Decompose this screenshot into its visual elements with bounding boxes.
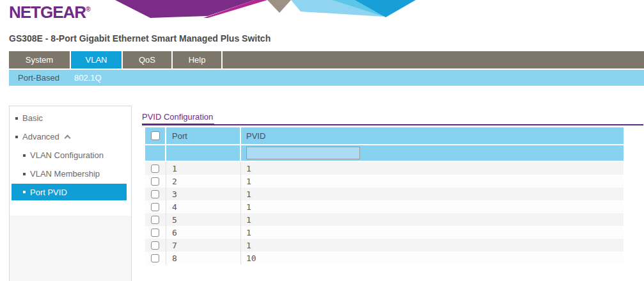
pvid-cell: 1 bbox=[241, 200, 624, 213]
select-all-checkbox[interactable] bbox=[151, 131, 160, 140]
port-cell: 3 bbox=[166, 188, 241, 200]
table-row: 3 1 bbox=[145, 188, 624, 200]
row-checkbox-cell bbox=[145, 252, 166, 264]
row-checkbox-cell bbox=[145, 162, 166, 175]
port-column-header: Port bbox=[166, 127, 241, 144]
sidebar-item-label: VLAN Configuration bbox=[30, 150, 104, 160]
filter-port-cell bbox=[166, 145, 241, 161]
row-checkbox-cell bbox=[145, 213, 166, 226]
row-checkbox[interactable] bbox=[151, 254, 159, 262]
row-checkbox-cell bbox=[145, 239, 166, 252]
port-cell: 1 bbox=[166, 162, 241, 175]
row-checkbox[interactable] bbox=[151, 177, 159, 186]
pvid-cell: 1 bbox=[241, 162, 624, 175]
sidebar: Basic Advanced VLAN Configuration VLAN M… bbox=[9, 106, 132, 281]
sidebar-item-label: Port PVID bbox=[30, 188, 67, 197]
row-checkbox[interactable] bbox=[151, 190, 159, 198]
chevron-up-icon bbox=[64, 135, 70, 141]
tab-qos[interactable]: QoS bbox=[123, 51, 173, 68]
tab-vlan[interactable]: VLAN bbox=[71, 51, 123, 68]
row-checkbox[interactable] bbox=[151, 203, 159, 211]
port-cell: 4 bbox=[166, 200, 241, 213]
sidebar-item-basic[interactable]: Basic bbox=[10, 109, 131, 127]
row-checkbox[interactable] bbox=[151, 229, 159, 237]
port-cell: 8 bbox=[166, 252, 241, 264]
sidebar-item-advanced[interactable]: Advanced bbox=[10, 127, 131, 146]
row-checkbox-cell bbox=[145, 175, 166, 188]
pvid-cell: 1 bbox=[241, 213, 624, 226]
sidebar-menu: Basic Advanced VLAN Configuration VLAN M… bbox=[10, 106, 131, 216]
bullet-icon bbox=[23, 173, 26, 175]
subnav-port-based[interactable]: Port-Based bbox=[18, 73, 59, 83]
sidebar-item-vlan-membership[interactable]: VLAN Membership bbox=[10, 165, 131, 183]
primary-nav: System VLAN QoS Help bbox=[9, 51, 644, 68]
table-row: 8 10 bbox=[145, 252, 624, 264]
table-row: 5 1 bbox=[145, 213, 624, 226]
sidebar-item-label: VLAN Membership bbox=[30, 169, 100, 179]
filter-pvid-cell bbox=[241, 145, 624, 161]
pvid-cell: 1 bbox=[241, 239, 624, 252]
pvid-cell: 1 bbox=[241, 175, 624, 188]
row-checkbox-cell bbox=[145, 188, 166, 200]
subnav-802-1q[interactable]: 802.1Q bbox=[74, 73, 102, 83]
table-row: 1 1 bbox=[145, 162, 624, 175]
row-checkbox-cell bbox=[145, 226, 166, 239]
pvid-column-header: PVID bbox=[241, 127, 624, 144]
secondary-nav: Port-Based 802.1Q bbox=[9, 70, 644, 86]
port-cell: 6 bbox=[166, 226, 241, 239]
port-cell: 2 bbox=[166, 175, 241, 188]
table-filter-row bbox=[145, 145, 624, 161]
pvid-input[interactable] bbox=[246, 147, 360, 159]
bullet-icon bbox=[23, 191, 26, 193]
header-checkbox-cell bbox=[145, 127, 166, 144]
bullet-icon bbox=[15, 136, 18, 138]
port-cell: 7 bbox=[166, 239, 241, 252]
table-header-row: Port PVID bbox=[145, 127, 624, 144]
pvid-cell: 1 bbox=[241, 188, 624, 200]
pvid-table: Port PVID 1 1 2 1 3 1 4 1 bbox=[145, 127, 624, 264]
header-banner-graphic bbox=[0, 0, 644, 19]
table-row: 7 1 bbox=[145, 239, 624, 252]
table-body: 1 1 2 1 3 1 4 1 5 1 6 1 bbox=[145, 162, 624, 264]
sidebar-item-label: Advanced bbox=[22, 132, 59, 141]
sidebar-item-vlan-configuration[interactable]: VLAN Configuration bbox=[10, 146, 131, 165]
sidebar-item-port-pvid[interactable]: Port PVID bbox=[12, 184, 127, 200]
port-cell: 5 bbox=[166, 213, 241, 226]
pvid-cell: 10 bbox=[241, 252, 624, 264]
row-checkbox-cell bbox=[145, 200, 166, 213]
table-row: 2 1 bbox=[145, 175, 624, 188]
row-checkbox[interactable] bbox=[151, 165, 159, 173]
section-header: PVID Configuration bbox=[142, 111, 643, 125]
table-row: 6 1 bbox=[145, 226, 624, 239]
tab-help[interactable]: Help bbox=[173, 51, 223, 68]
device-title: GS308E - 8-Port Gigabit Ethernet Smart M… bbox=[9, 33, 271, 44]
bullet-icon bbox=[15, 117, 18, 120]
row-checkbox[interactable] bbox=[151, 241, 159, 250]
filter-checkbox-cell bbox=[145, 145, 166, 161]
pvid-cell: 1 bbox=[241, 226, 624, 239]
table-row: 4 1 bbox=[145, 200, 624, 213]
tab-system[interactable]: System bbox=[9, 51, 71, 68]
netgear-logo: NETGEAR® bbox=[9, 3, 91, 22]
bullet-icon bbox=[23, 154, 26, 157]
registered-mark: ® bbox=[86, 6, 90, 13]
sidebar-item-label: Basic bbox=[22, 113, 43, 123]
row-checkbox[interactable] bbox=[151, 216, 159, 224]
page-title: PVID Configuration bbox=[142, 112, 214, 125]
